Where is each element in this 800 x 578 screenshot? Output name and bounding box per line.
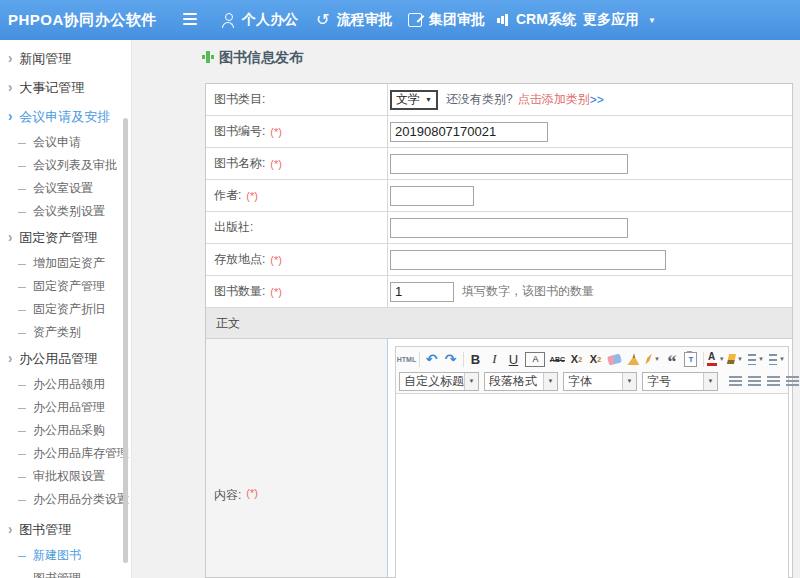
top-navbar: PHPOA协同办公软件 个人办公 ↺ 流程审批 集团审批 CRM系统 更多应用 … [0,0,800,40]
required-mark: (*) [270,254,282,266]
sidebar-item-label: 审批权限设置 [33,468,105,485]
table-row: 图书名称: (*) [206,148,792,180]
chevron-down-icon: ▼ [425,96,432,103]
sidebar-item-label: 固定资产管理 [19,229,97,247]
dash-icon: — [18,138,26,148]
sidebar-item-label: 会议室设置 [33,180,93,197]
sidebar-item-supplies-manage[interactable]: — 办公用品管理 [0,396,131,419]
book-form: 图书类目: 文学 ▼ 还没有类别? 点击添加类别 >> 图书编号: (*) 图书… [205,83,793,578]
add-category-arrows[interactable]: >> [590,93,604,107]
border-text-button[interactable]: A [525,352,545,367]
required-mark: (*) [270,158,282,170]
align-right-button[interactable] [766,372,780,390]
quantity-input[interactable] [390,282,454,302]
book-code-input[interactable] [390,122,548,142]
sidebar-group-news[interactable]: › 新闻管理 [0,44,131,73]
strikethrough-button[interactable]: ABC [550,350,564,368]
bold-button[interactable]: B [468,350,482,368]
nav-personal-office[interactable]: 个人办公 [222,0,298,40]
sidebar-item-label: 办公用品管理 [19,350,97,368]
sidebar-item-label: 办公用品库存管理 [33,445,129,462]
sidebar-item-supplies-category[interactable]: — 办公用品分类设置 [0,488,131,511]
category-select[interactable]: 文学 ▼ [390,90,438,110]
sidebar-group-office-supplies[interactable]: › 办公用品管理 [0,344,131,373]
sidebar-group-meeting[interactable]: › 会议申请及安排 [0,102,131,131]
sidebar-item-book-manage[interactable]: — 图书管理 [0,567,131,578]
editor-content-area[interactable] [396,394,788,554]
dash-icon: — [18,551,26,561]
remove-format-button[interactable] [607,350,621,368]
brush-icon [645,354,652,365]
superscript-button[interactable]: X2 [569,350,583,368]
editor-toolbar: HTML ↶ ↷ B I U A ABC X2 X2 ▼ [396,347,788,394]
sidebar-group-fixed-assets[interactable]: › 固定资产管理 [0,223,131,252]
chevron-down-icon: ▼ [703,373,717,390]
heading-dropdown[interactable]: 自定义标题▼ [399,372,479,391]
subscript-button[interactable]: X2 [588,350,602,368]
sidebar-item-asset-depreciation[interactable]: — 固定资产折旧 [0,298,131,321]
sidebar-item-meeting-apply[interactable]: — 会议申请 [0,131,131,154]
menu-toggle-icon[interactable] [183,13,198,27]
unordered-list-button[interactable]: ▼ [769,350,785,368]
clipboard-icon: T [684,352,697,367]
sidebar-item-label: 大事记管理 [19,79,84,97]
sidebar-item-new-book[interactable]: — 新建图书 [0,544,131,567]
align-right-icon [767,376,780,386]
nav-process-approval[interactable]: ↺ 流程审批 [316,0,392,40]
blockquote-button[interactable]: “ [665,346,679,372]
sidebar-item-add-asset[interactable]: — 增加固定资产 [0,252,131,275]
author-input[interactable] [390,186,474,206]
sidebar-item-meeting-category[interactable]: — 会议类别设置 [0,200,131,223]
clear-doc-button[interactable] [626,350,640,368]
table-row: 内容: (*) HTML ↶ ↷ B I U A AB [206,339,792,577]
chevron-down-icon: ▼ [464,373,478,390]
format-brush-button[interactable]: ▼ [645,350,660,368]
undo-button[interactable]: ↶ [425,350,439,368]
align-center-button[interactable] [747,372,761,390]
source-code-button[interactable]: HTML [399,350,414,368]
person-icon [222,13,235,28]
sidebar-scrollbar[interactable] [123,118,128,563]
sidebar-group-books[interactable]: › 图书管理 [0,515,131,544]
paste-text-button[interactable]: T [684,350,698,368]
nav-group-approval[interactable]: 集团审批 [408,0,485,40]
align-left-icon [729,376,742,386]
align-left-button[interactable] [728,372,742,390]
highlight-color-button[interactable]: ▼ [728,350,743,368]
nav-more-apps[interactable]: 更多应用 ▼ [583,0,656,40]
sidebar-item-meeting-list[interactable]: — 会议列表及审批 [0,154,131,177]
underline-button[interactable]: U [506,350,520,368]
location-input[interactable] [390,250,666,270]
paragraph-format-dropdown[interactable]: 段落格式▼ [484,372,558,391]
ordered-list-button[interactable]: ▼ [748,350,764,368]
sidebar-item-label: 固定资产折旧 [33,301,105,318]
italic-button[interactable]: I [487,350,501,368]
nav-crm-system[interactable]: CRM系统 [497,0,576,40]
font-family-dropdown[interactable]: 字体▼ [563,372,637,391]
publisher-input[interactable] [390,218,628,238]
chevron-down-icon: ▼ [648,16,656,25]
sidebar-item-meeting-room[interactable]: — 会议室设置 [0,177,131,200]
font-color-button[interactable]: A▼ [709,350,723,368]
table-row: 图书编号: (*) [206,116,792,148]
align-justify-button[interactable] [785,372,799,390]
sidebar-item-supplies-purchase[interactable]: — 办公用品采购 [0,419,131,442]
sidebar-item-label: 会议列表及审批 [33,157,117,174]
sidebar-item-asset-manage[interactable]: — 固定资产管理 [0,275,131,298]
redo-button[interactable]: ↷ [444,350,458,368]
sidebar-group-memorabilia[interactable]: › 大事记管理 [0,73,131,102]
font-color-icon: A [707,352,717,366]
add-category-link[interactable]: 点击添加类别 [518,91,590,108]
required-mark: (*) [270,126,282,138]
dash-icon: — [18,282,26,292]
sidebar-item-supplies-inventory[interactable]: — 办公用品库存管理 [0,442,131,465]
book-name-input[interactable] [390,154,628,174]
font-size-dropdown[interactable]: 字号▼ [642,372,718,391]
nav-label: 集团审批 [429,11,485,29]
sidebar-item-supplies-claim[interactable]: — 办公用品领用 [0,373,131,396]
sidebar-item-label: 图书管理 [33,570,81,578]
unordered-list-icon [769,354,777,365]
sidebar-item-approval-permission[interactable]: — 审批权限设置 [0,465,131,488]
sidebar-item-label: 新闻管理 [19,50,71,68]
sidebar-item-asset-category[interactable]: — 资产类别 [0,321,131,344]
